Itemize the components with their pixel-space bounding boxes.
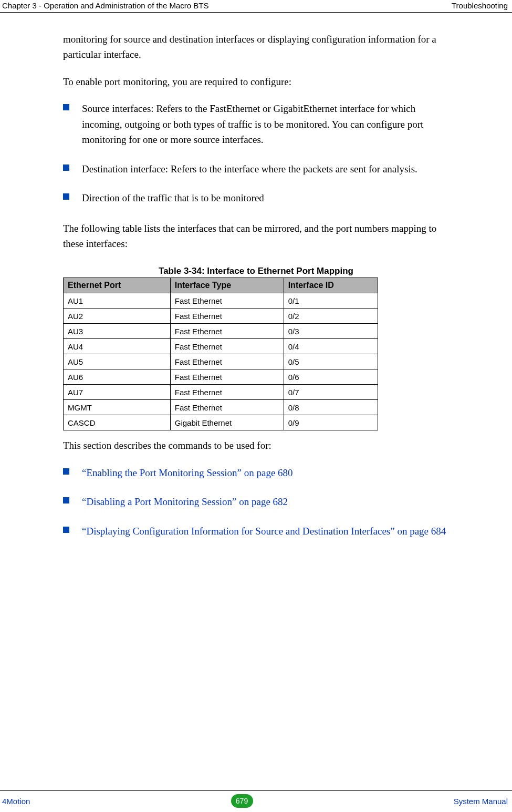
- cell-id: 0/6: [284, 369, 378, 385]
- table-caption: Table 3-34: Interface to Ethernet Port M…: [63, 266, 449, 276]
- square-bullet-icon: [63, 165, 69, 171]
- cell-id: 0/7: [284, 385, 378, 400]
- cell-port: AU4: [64, 339, 171, 354]
- table-row: AU2 Fast Ethernet 0/2: [64, 309, 378, 324]
- footer-page: 679: [231, 794, 253, 808]
- footer-product: 4Motion: [2, 797, 30, 806]
- cell-type: Fast Ethernet: [170, 293, 284, 309]
- cell-id: 0/9: [284, 415, 378, 430]
- page-header: Chapter 3 - Operation and Administration…: [0, 0, 512, 13]
- cross-reference-link[interactable]: “Enabling the Port Monitoring Session” o…: [82, 467, 293, 478]
- table-row: MGMT Fast Ethernet 0/8: [64, 400, 378, 415]
- cell-type: Fast Ethernet: [170, 354, 284, 369]
- cross-reference-list: “Enabling the Port Monitoring Session” o…: [63, 465, 449, 539]
- footer-manual: System Manual: [454, 797, 508, 806]
- cell-port: CASCD: [64, 415, 171, 430]
- cross-reference-link[interactable]: “Displaying Configuration Information fo…: [82, 526, 446, 537]
- table-row: AU1 Fast Ethernet 0/1: [64, 293, 378, 309]
- cell-port: AU2: [64, 309, 171, 324]
- cell-id: 0/3: [284, 324, 378, 339]
- cell-id: 0/2: [284, 309, 378, 324]
- cell-port: MGMT: [64, 400, 171, 415]
- col-header-port: Ethernet Port: [64, 278, 171, 293]
- table-row: AU6 Fast Ethernet 0/6: [64, 369, 378, 385]
- list-item: Direction of the traffic that is to be m…: [63, 190, 449, 205]
- cell-type: Gigabit Ethernet: [170, 415, 284, 430]
- paragraph-table-intro: The following table lists the interfaces…: [63, 221, 449, 252]
- content-area: monitoring for source and destination in…: [63, 32, 449, 553]
- table-row: AU7 Fast Ethernet 0/7: [64, 385, 378, 400]
- cell-port: AU5: [64, 354, 171, 369]
- header-section: Troubleshooting: [452, 1, 508, 10]
- col-header-id: Interface ID: [284, 278, 378, 293]
- square-bullet-icon: [63, 468, 69, 475]
- cell-type: Fast Ethernet: [170, 385, 284, 400]
- table-row: AU3 Fast Ethernet 0/3: [64, 324, 378, 339]
- port-mapping-table: Ethernet Port Interface Type Interface I…: [63, 277, 378, 430]
- paragraph-intro-continuation: monitoring for source and destination in…: [63, 32, 449, 63]
- cell-port: AU1: [64, 293, 171, 309]
- square-bullet-icon: [63, 193, 69, 200]
- cell-port: AU6: [64, 369, 171, 385]
- col-header-type: Interface Type: [170, 278, 284, 293]
- page-footer: 4Motion 679 System Manual: [0, 790, 512, 808]
- table-row: AU4 Fast Ethernet 0/4: [64, 339, 378, 354]
- cell-type: Fast Ethernet: [170, 369, 284, 385]
- square-bullet-icon: [63, 497, 69, 503]
- config-requirements-list: Source interfaces: Refers to the FastEth…: [63, 101, 449, 205]
- square-bullet-icon: [63, 104, 69, 110]
- cell-type: Fast Ethernet: [170, 324, 284, 339]
- cell-type: Fast Ethernet: [170, 400, 284, 415]
- cell-port: AU7: [64, 385, 171, 400]
- list-item: “Disabling a Port Monitoring Session” on…: [63, 494, 449, 509]
- square-bullet-icon: [63, 527, 69, 533]
- table-row: AU5 Fast Ethernet 0/5: [64, 354, 378, 369]
- paragraph-config-intro: To enable port monitoring, you are requi…: [63, 74, 449, 89]
- cell-type: Fast Ethernet: [170, 309, 284, 324]
- cross-reference-link[interactable]: “Disabling a Port Monitoring Session” on…: [82, 496, 288, 507]
- table-row: CASCD Gigabit Ethernet 0/9: [64, 415, 378, 430]
- list-item: Source interfaces: Refers to the FastEth…: [63, 101, 449, 147]
- paragraph-commands-intro: This section describes the commands to b…: [63, 438, 449, 453]
- cell-port: AU3: [64, 324, 171, 339]
- header-chapter: Chapter 3 - Operation and Administration…: [2, 1, 209, 10]
- page-number-badge: 679: [231, 794, 253, 808]
- cell-id: 0/8: [284, 400, 378, 415]
- cell-id: 0/5: [284, 354, 378, 369]
- cell-type: Fast Ethernet: [170, 339, 284, 354]
- list-item-text: Direction of the traffic that is to be m…: [82, 192, 264, 203]
- list-item: “Enabling the Port Monitoring Session” o…: [63, 465, 449, 480]
- cell-id: 0/4: [284, 339, 378, 354]
- list-item-text: Destination interface: Refers to the int…: [82, 163, 417, 174]
- page: Chapter 3 - Operation and Administration…: [0, 0, 512, 812]
- table-header-row: Ethernet Port Interface Type Interface I…: [64, 278, 378, 293]
- list-item: “Displaying Configuration Information fo…: [63, 523, 449, 539]
- cell-id: 0/1: [284, 293, 378, 309]
- list-item-text: Source interfaces: Refers to the FastEth…: [82, 103, 423, 145]
- list-item: Destination interface: Refers to the int…: [63, 161, 449, 177]
